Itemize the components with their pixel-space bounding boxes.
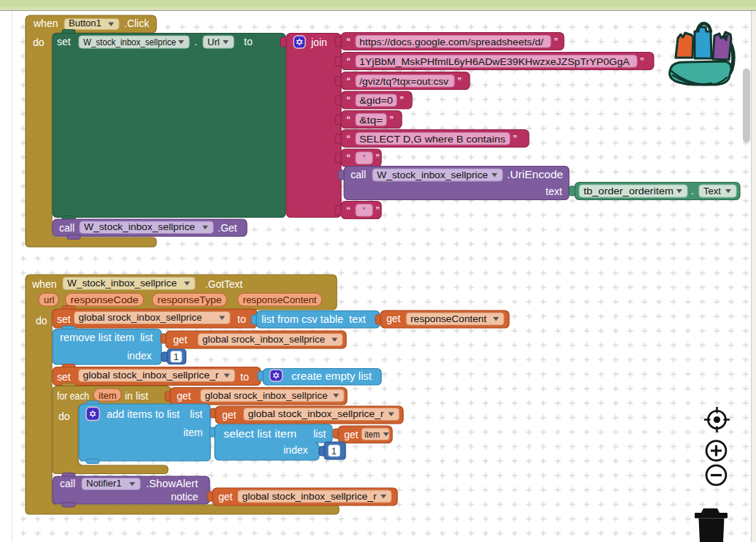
svg-text:text: text: [546, 186, 562, 197]
svg-text:“: “: [346, 95, 351, 105]
svg-text:global stock_inbox_sellprice_r: global stock_inbox_sellprice_r: [243, 491, 378, 502]
svg-text:”: ”: [400, 95, 404, 105]
svg-text:”: ”: [554, 37, 558, 47]
svg-text:global srock_inbox_sellprice: global srock_inbox_sellprice: [205, 390, 328, 401]
svg-text:Notifier1: Notifier1: [86, 478, 121, 489]
svg-text:list: list: [190, 408, 202, 420]
svg-text:in list: in list: [125, 390, 148, 402]
svg-text:do: do: [58, 411, 70, 422]
svg-text:W_stock_inbox_sellprice: W_stock_inbox_sellprice: [84, 221, 195, 232]
svg-text:do: do: [33, 37, 45, 48]
svg-text:”: ”: [457, 76, 462, 86]
svg-text:1YjBbM_MskPHfmlL6yH6ADwE39KHwz: 1YjBbM_MskPHfmlL6yH6ADwE39KHwzxeJZSpTrYP…: [359, 56, 630, 67]
svg-text:to: to: [240, 371, 249, 383]
svg-text:get: get: [222, 409, 237, 421]
svg-text:”: ”: [513, 134, 517, 144]
svg-text:list: list: [140, 332, 153, 343]
svg-text:“: “: [346, 205, 351, 215]
svg-text:call: call: [351, 169, 366, 180]
svg-text:.UriEncode: .UriEncode: [507, 169, 563, 180]
svg-text:to: to: [237, 313, 246, 325]
svg-text:global srock_inbox_sellprice: global srock_inbox_sellprice: [202, 334, 325, 345]
svg-text:list: list: [313, 428, 326, 440]
svg-text:set: set: [57, 36, 71, 47]
svg-text:W_stock_inbox_sellprice: W_stock_inbox_sellprice: [67, 278, 177, 289]
svg-text:get: get: [218, 491, 233, 503]
svg-text:index: index: [127, 350, 151, 362]
svg-text:for each: for each: [57, 390, 89, 402]
svg-text:”: ”: [375, 153, 380, 163]
svg-text:Text: Text: [703, 186, 721, 196]
svg-text:responseType: responseType: [158, 294, 222, 305]
svg-text:notice: notice: [171, 491, 199, 503]
svg-text:item: item: [364, 430, 380, 440]
svg-text:add items to list: add items to list: [107, 408, 180, 420]
svg-text:to: to: [244, 36, 253, 47]
svg-text:text: text: [349, 313, 366, 325]
svg-text:when: when: [31, 278, 56, 290]
svg-text:select list item: select list item: [224, 428, 297, 440]
svg-text:”: ”: [389, 115, 394, 125]
svg-text:get: get: [344, 429, 359, 440]
svg-text:set: set: [57, 371, 71, 383]
svg-text:.: .: [691, 185, 694, 196]
svg-text:when: when: [33, 18, 58, 29]
svg-text:url: url: [44, 294, 55, 305]
svg-text:get: get: [173, 334, 188, 346]
svg-text:/gviz/tq?tqx=out:csv: /gviz/tq?tqx=out:csv: [359, 76, 449, 87]
svg-text:“: “: [346, 134, 351, 144]
svg-text:get: get: [177, 390, 191, 402]
svg-text:W_stock_inbox_sellprice: W_stock_inbox_sellprice: [83, 37, 176, 47]
svg-text:”: ”: [640, 56, 644, 66]
svg-text:Button1: Button1: [69, 18, 102, 28]
svg-text:Url: Url: [207, 37, 220, 47]
svg-text:responseCode: responseCode: [71, 294, 139, 305]
svg-text:do: do: [36, 315, 47, 327]
svg-text:': ': [363, 153, 364, 164]
svg-text:”: ”: [375, 205, 380, 215]
svg-text:.ShowAlert: .ShowAlert: [146, 478, 198, 489]
svg-text:W_stock_inbox_sellprice: W_stock_inbox_sellprice: [377, 169, 488, 180]
svg-text:item: item: [99, 390, 117, 401]
svg-text:responseContent: responseContent: [411, 313, 486, 324]
svg-text:“: “: [346, 153, 351, 163]
svg-text:“: “: [346, 37, 351, 47]
svg-text:global stock_inbox_sellprice_r: global stock_inbox_sellprice_r: [248, 408, 385, 419]
svg-text:.Click: .Click: [124, 18, 150, 29]
svg-text:get: get: [386, 313, 401, 324]
svg-text:.Get: .Get: [218, 222, 237, 234]
svg-text:&gid=0: &gid=0: [359, 95, 393, 106]
svg-text:https://docs.google.com/spread: https://docs.google.com/spreadsheets/d/: [359, 37, 543, 47]
svg-text:1: 1: [332, 446, 337, 457]
svg-text:': ': [363, 205, 364, 216]
svg-text:.: .: [194, 36, 197, 47]
svg-text:tb_order_orderitem: tb_order_orderitem: [584, 186, 673, 196]
svg-text:list from csv table: list from csv table: [261, 313, 343, 325]
svg-text:.GotText: .GotText: [205, 278, 243, 290]
svg-text:1: 1: [174, 351, 179, 362]
svg-text:global stock_inbox_sellprice_r: global stock_inbox_sellprice_r: [83, 370, 220, 381]
svg-text:remove list item: remove list item: [60, 332, 134, 343]
svg-text:index: index: [283, 444, 308, 456]
svg-text:item: item: [183, 427, 202, 438]
svg-text:“: “: [346, 115, 351, 125]
svg-text:set: set: [57, 313, 71, 325]
svg-text:“: “: [346, 56, 351, 66]
svg-text:join: join: [310, 37, 327, 48]
svg-text:global srock_inbox_sellprice: global srock_inbox_sellprice: [79, 312, 202, 323]
svg-text:responseContent: responseContent: [243, 294, 317, 305]
svg-text:create empty list: create empty list: [291, 370, 372, 382]
svg-text:&tq=: &tq=: [359, 115, 383, 126]
svg-text:SELECT D,G where B contains: SELECT D,G where B contains: [359, 134, 506, 145]
svg-text:call: call: [59, 222, 75, 234]
svg-text:call: call: [60, 478, 75, 489]
svg-text:“: “: [346, 76, 351, 86]
